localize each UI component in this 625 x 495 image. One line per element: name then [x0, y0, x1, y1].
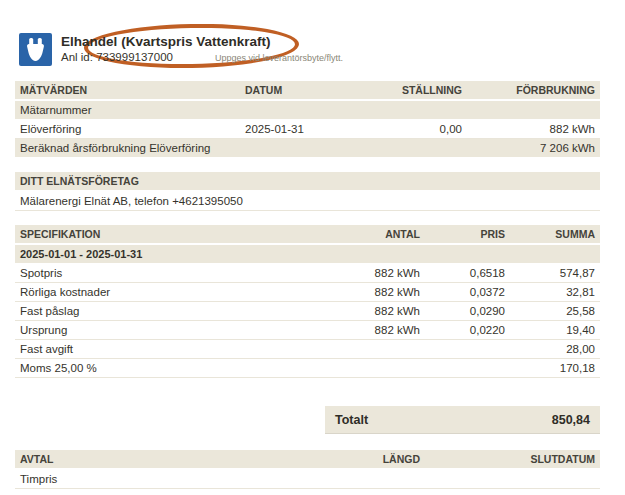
row-antal: 882 kWh: [270, 324, 420, 336]
total-label: Totalt: [335, 413, 368, 427]
table-row: Mälarenergi Elnät AB, telefon +462139505…: [15, 192, 600, 211]
table-row: Beräknad årsförbrukning Elöverföring 7 2…: [15, 139, 600, 158]
row-antal: 882 kWh: [270, 305, 420, 317]
anl-id-label: Anl id:: [61, 50, 93, 65]
supplier-switch-note: Uppges vid leverantörsbyte/flytt.: [215, 51, 343, 66]
header-text: Elhandel(Kvartspris Vattenkraft) Anl id:…: [61, 33, 343, 66]
row-forbrukning: 7 206 kWh: [462, 142, 595, 154]
col-header-forbrukning: FÖRBRUKNING: [462, 84, 595, 96]
total-block: Totalt 850,84: [325, 406, 600, 434]
row-datum: 2025-01-31: [245, 123, 357, 135]
col-header-summa: SUMMA: [505, 228, 595, 240]
table-row: Timpris: [15, 470, 600, 489]
matvarden-header-row: MÄTVÄRDEN DATUM STÄLLNING FÖRBRUKNING: [15, 81, 600, 99]
col-header-langd: LÄNGD: [270, 453, 420, 465]
anl-id-value: 733999137000: [96, 50, 173, 65]
row-antal: 882 kWh: [270, 267, 420, 279]
table-row: Elöverföring 2025-01-31 0,00 882 kWh: [15, 120, 600, 139]
row-summa: 28,00: [505, 343, 595, 355]
spacer: [15, 378, 600, 406]
col-header-slutdatum: SLUTDATUM: [420, 453, 595, 465]
row-pris: 0,0290: [420, 305, 505, 317]
specifikation-header-row: SPECIFIKATION ANTAL PRIS SUMMA: [15, 225, 600, 243]
row-forbrukning: 882 kWh: [462, 123, 595, 135]
title-main: Elhandel: [61, 34, 117, 49]
table-row: Moms 25,00 % 170,18: [15, 359, 600, 378]
table-row: Ursprung 882 kWh 0,0220 19,40: [15, 321, 600, 340]
power-plug-icon: [19, 33, 52, 66]
row-summa: 170,18: [505, 362, 595, 374]
row-label: Spotpris: [20, 267, 270, 279]
table-row: Spotpris 882 kWh 0,6518 574,87: [15, 264, 600, 283]
avtal-table: AVTAL LÄNGD SLUTDATUM Timpris: [15, 450, 600, 489]
spacer: [15, 434, 600, 450]
table-row: Fast påslag 882 kWh 0,0290 25,58: [15, 302, 600, 321]
page-title: Elhandel(Kvartspris Vattenkraft): [61, 34, 343, 50]
row-pris: 0,0220: [420, 324, 505, 336]
row-label: Beräknad årsförbrukning Elöverföring: [20, 142, 245, 154]
col-header-specifikation: SPECIFIKATION: [20, 228, 270, 240]
row-label: Moms 25,00 %: [20, 362, 270, 374]
col-header-avtal: AVTAL: [20, 453, 270, 465]
row-label: Rörliga kostnader: [20, 286, 270, 298]
specifikation-table: SPECIFIKATION ANTAL PRIS SUMMA 2025-01-0…: [15, 225, 600, 378]
row-summa: 19,40: [505, 324, 595, 336]
avtal-header-row: AVTAL LÄNGD SLUTDATUM: [15, 450, 600, 468]
row-summa: 32,81: [505, 286, 595, 298]
elnatsforetag-header-row: DITT ELNÄTSFÖRETAG: [15, 172, 600, 190]
period-row: 2025-01-01 - 2025-01-31: [15, 245, 600, 264]
table-row: Mätarnummer: [15, 101, 600, 120]
anl-id-line: Anl id: 733999137000 Uppges vid leverant…: [61, 50, 343, 66]
col-header-pris: PRIS: [420, 228, 505, 240]
doc-header: Elhandel(Kvartspris Vattenkraft) Anl id:…: [15, 33, 600, 66]
row-label: Timpris: [20, 473, 270, 485]
invoice-content: Elhandel(Kvartspris Vattenkraft) Anl id:…: [15, 33, 600, 489]
col-header-antal: ANTAL: [270, 228, 420, 240]
spacer: [15, 158, 600, 172]
row-pris: 0,6518: [420, 267, 505, 279]
spacer: [15, 211, 600, 225]
col-header-elnatsforetag: DITT ELNÄTSFÖRETAG: [20, 175, 139, 187]
grid-company-value: Mälarenergi Elnät AB, telefon +462139505…: [20, 195, 243, 207]
col-header-matvarden: MÄTVÄRDEN: [20, 84, 245, 96]
row-antal: 882 kWh: [270, 286, 420, 298]
spacer: [15, 66, 600, 81]
row-label: Fast avgift: [20, 343, 270, 355]
row-label: Ursprung: [20, 324, 270, 336]
table-row: Fast avgift 28,00: [15, 340, 600, 359]
row-summa: 25,58: [505, 305, 595, 317]
row-summa: 574,87: [505, 267, 595, 279]
title-subtitle: (Kvartspris Vattenkraft): [121, 34, 270, 49]
table-row: Rörliga kostnader 882 kWh 0,0372 32,81: [15, 283, 600, 302]
period-label: 2025-01-01 - 2025-01-31: [20, 248, 142, 260]
matvarden-table: MÄTVÄRDEN DATUM STÄLLNING FÖRBRUKNING Mä…: [15, 81, 600, 158]
row-pris: 0,0372: [420, 286, 505, 298]
row-label: Fast påslag: [20, 305, 270, 317]
invoice-page: Elhandel(Kvartspris Vattenkraft) Anl id:…: [0, 0, 625, 495]
row-label: Mätarnummer: [20, 104, 245, 116]
row-stallning: 0,00: [357, 123, 462, 135]
row-label: Elöverföring: [20, 123, 245, 135]
col-header-stallning: STÄLLNING: [357, 84, 462, 96]
elnatsforetag-table: DITT ELNÄTSFÖRETAG Mälarenergi Elnät AB,…: [15, 172, 600, 211]
col-header-datum: DATUM: [245, 84, 357, 96]
total-value: 850,84: [552, 413, 590, 427]
